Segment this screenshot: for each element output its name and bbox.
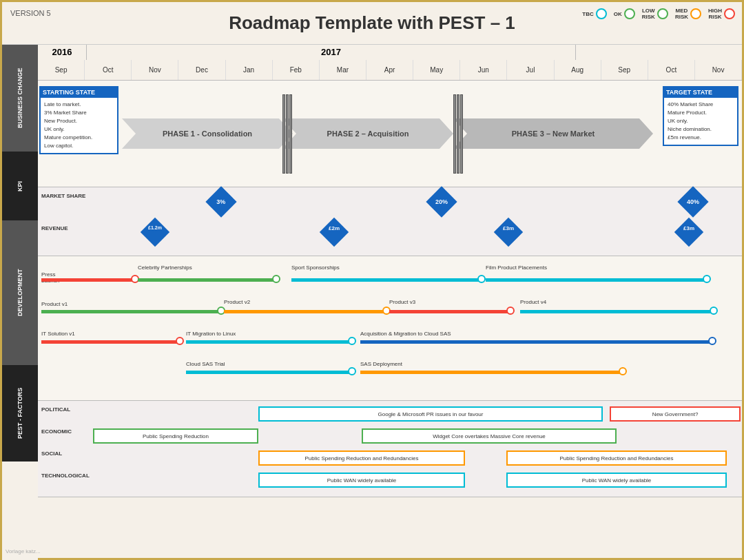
product-v2-label: Product v2 xyxy=(224,299,250,305)
low-risk-icon xyxy=(657,8,668,19)
ms-diamond-20pct: 20% xyxy=(431,191,453,213)
month-may: May xyxy=(413,60,460,80)
product-v4-end xyxy=(710,307,718,315)
pest-section: POLITICAL ECONOMIC SOCIAL TECHNOLOGICAL … xyxy=(38,401,742,497)
rev-diamond-3: £3m xyxy=(498,222,519,242)
celeb-label: Celebrity Partnerships xyxy=(138,265,192,271)
press-launch-label: PressLaunch xyxy=(41,271,59,284)
phase-divider-1 xyxy=(282,94,285,174)
press-launch-bar xyxy=(41,278,134,282)
label-development: Development xyxy=(2,220,38,365)
month-oct2: Oct xyxy=(648,60,695,80)
month-sep: Sep xyxy=(38,60,85,80)
phase-divider-5 xyxy=(457,94,459,174)
market-share-label: MARKET SHARE xyxy=(41,193,85,199)
month-feb: Feb xyxy=(273,60,320,80)
it-migration-label: IT Migration to Linux xyxy=(186,331,236,337)
new-govt-text: New Government? xyxy=(652,411,699,417)
phase2-label: PHASE 2 – Acquisition xyxy=(282,118,453,149)
month-jul: Jul xyxy=(507,60,554,80)
it-migration-end xyxy=(348,337,356,345)
sas-deploy-label: SAS Deployment xyxy=(360,361,402,367)
phase-divider-2 xyxy=(286,94,289,174)
widget-core-bar: Widget Core overtakes Massive Core reven… xyxy=(362,428,617,444)
content-area: Business Change KPI Development PEST - F… xyxy=(2,45,742,560)
phase1-label: PHASE 1 - Consolidation xyxy=(122,118,293,149)
legend-med-risk: MEDRISK xyxy=(675,8,701,20)
cloud-sas-bar xyxy=(186,371,351,374)
google-ms-bar: Google & Microsoft PR issues in our favo… xyxy=(258,406,603,422)
tech-bar-2: Public WAN widely available xyxy=(506,473,727,488)
product-v3-label: Product v3 xyxy=(389,299,415,305)
month-dec: Dec xyxy=(178,60,225,80)
sport-bar xyxy=(291,278,481,282)
phase3-arrow: PHASE 3 – New Market xyxy=(453,118,653,153)
widget-core-text: Widget Core overtakes Massive Core reven… xyxy=(433,433,546,439)
tech-bar-2-text: Public WAN widely available xyxy=(582,477,652,484)
month-jan: Jan xyxy=(226,60,273,80)
phase-divider-6 xyxy=(460,94,463,174)
business-section: STARTING STATE Late to market.3% Market … xyxy=(38,81,742,187)
ms-diamond-40pct: 40% xyxy=(682,191,704,213)
month-apr: Apr xyxy=(366,60,413,80)
it-solution-bar xyxy=(41,340,179,344)
starting-state-content: Late to market.3% Market ShareNew Produc… xyxy=(44,101,114,150)
social-bar-2-text: Public Spending Reduction and Redundanci… xyxy=(559,455,673,462)
label-kpi: KPI xyxy=(2,152,38,220)
social-bar-1: Public Spending Reduction and Redundanci… xyxy=(258,450,465,466)
political-label: POLITICAL xyxy=(41,406,70,413)
risk-legend: TBC OK LOWRISK MEDRISK HIGHRISK xyxy=(582,8,735,20)
month-oct: Oct xyxy=(85,60,132,80)
year-row: 2016 2017 xyxy=(38,45,742,60)
month-mar: Mar xyxy=(320,60,366,80)
month-nov2: Nov xyxy=(695,60,742,80)
target-state-content: 40% Market ShareMature Product.UK only.N… xyxy=(668,101,734,142)
tech-bar-1-text: Public WAN widely available xyxy=(327,477,397,484)
sport-end xyxy=(477,275,486,283)
target-state-header: TARGET STATE xyxy=(664,87,737,98)
tech-bar-1: Public WAN widely available xyxy=(258,473,465,488)
starting-state-header: STARTING STATE xyxy=(41,87,117,98)
development-section: PressLaunch Celebrity Partnerships Sport… xyxy=(38,256,742,401)
label-business-change: Business Change xyxy=(2,45,38,152)
cloud-sas-label: Cloud SAS Trial xyxy=(186,361,225,367)
public-spending-text: Public Spending Reduction xyxy=(143,433,209,439)
social-bar-2: Public Spending Reduction and Redundanci… xyxy=(506,450,727,466)
product-v4-bar xyxy=(520,310,713,313)
product-v2-bar xyxy=(224,310,386,313)
month-row: Sep Oct Nov Dec Jan Feb Mar Apr May Jun … xyxy=(38,60,742,80)
month-sep2: Sep xyxy=(601,60,648,80)
rev-diamond-4: £3m xyxy=(679,222,699,242)
product-v4-label: Product v4 xyxy=(520,299,546,305)
high-risk-icon xyxy=(724,8,735,19)
technological-label: TECHNOLOGICAL xyxy=(41,473,90,479)
product-v3-end xyxy=(506,307,515,315)
header: VERSION 5 Roadmap Template with PEST – 1… xyxy=(2,2,742,45)
ms-diamond-3pct: 3% xyxy=(210,191,232,213)
product-v1-bar xyxy=(41,310,220,313)
film-end xyxy=(703,275,711,283)
sas-deploy-end xyxy=(619,367,627,375)
phase1-arrow: PHASE 1 - Consolidation xyxy=(122,118,293,153)
main-container: VERSION 5 Roadmap Template with PEST – 1… xyxy=(0,0,744,560)
celeb-bar xyxy=(138,278,276,282)
it-solution-label: IT Solution v1 xyxy=(41,331,75,337)
acquisition-label: Acquisition & Migration to Cloud SAS xyxy=(360,331,451,337)
tbc-icon xyxy=(596,8,607,19)
kpi-section: MARKET SHARE REVENUE 3% 20% xyxy=(38,187,742,256)
phase-divider-4 xyxy=(453,94,456,174)
starting-state-box: STARTING STATE Late to market.3% Market … xyxy=(39,86,118,154)
it-migration-bar xyxy=(186,340,351,344)
phase3-label: PHASE 3 – New Market xyxy=(453,118,653,149)
version-label: VERSION 5 xyxy=(10,9,51,17)
legend-low-risk: LOWRISK xyxy=(642,8,668,20)
celeb-end xyxy=(272,275,280,283)
product-v1-label: Product v1 xyxy=(41,301,68,307)
cloud-sas-end xyxy=(348,367,356,375)
row-labels: Business Change KPI Development PEST - F… xyxy=(2,45,38,560)
label-pest-factors: PEST - FACTORS xyxy=(2,365,38,462)
legend-high-risk: HIGHRISK xyxy=(708,8,735,20)
social-bar-1-text: Public Spending Reduction and Redundanci… xyxy=(304,455,418,462)
timeline-area: 2016 2017 Sep Oct Nov Dec Jan Feb Mar Ap… xyxy=(38,45,742,560)
month-jun: Jun xyxy=(460,60,507,80)
